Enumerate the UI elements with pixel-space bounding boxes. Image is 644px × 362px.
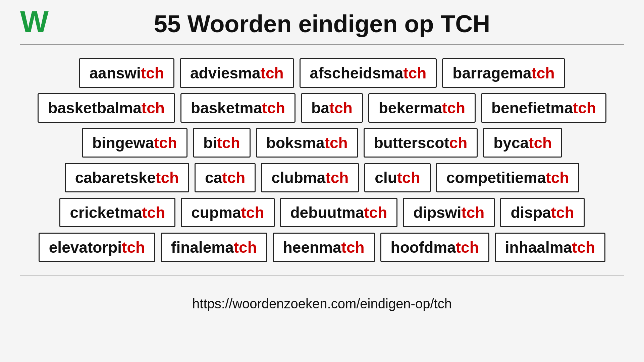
word-catch: catch <box>195 163 256 192</box>
row-2: basketbalmatch basketmatch batch bekerma… <box>38 93 606 123</box>
word-clubmatch: clubmatch <box>261 163 359 192</box>
row-6: elevatorpitch finalematch heenmatch hoof… <box>39 233 605 262</box>
word-heenmatch: heenmatch <box>273 233 375 262</box>
word-elevatorpitch: elevatorpitch <box>39 233 155 262</box>
word-finalematch: finalematch <box>161 233 267 262</box>
word-basketbalmatch: basketbalmatch <box>38 93 175 123</box>
word-barragematch: barragematch <box>442 58 565 88</box>
row-4: cabaretsketch catch clubmatch clutch com… <box>65 163 580 192</box>
word-inhaalmatch: inhaalmatch <box>495 233 605 262</box>
word-bingewatch: bingewatch <box>82 128 187 158</box>
logo-w: W <box>20 7 49 37</box>
word-cabaretsketch: cabaretsketch <box>65 163 189 192</box>
word-competitiematch: competitiematch <box>436 163 580 192</box>
word-afscheidsmatch: afscheidsmatch <box>300 58 437 88</box>
page-title: 55 Woorden eindigen op TCH <box>154 10 490 38</box>
word-hoofdmatch: hoofdmatch <box>380 233 489 262</box>
word-butterscotch: butterscotch <box>364 128 478 158</box>
row-5: cricketmatch cupmatch debuutmatch dipswi… <box>59 198 584 227</box>
page-header: W 55 Woorden eindigen op TCH <box>0 0 644 44</box>
word-dipswatch: dipswitch <box>403 198 495 227</box>
footer-divider <box>20 276 624 276</box>
row-1: aanswitch adviesmatch afscheidsmatch bar… <box>79 58 565 88</box>
word-adviesmatch: adviesmatch <box>180 58 294 88</box>
words-container: aanswitch adviesmatch afscheidsmatch bar… <box>0 55 644 265</box>
word-batch: batch <box>301 93 363 123</box>
word-clutch: clutch <box>364 163 430 192</box>
word-boksmatch: boksmatch <box>256 128 358 158</box>
word-basketmatch: basketmatch <box>180 93 296 123</box>
footer-url: https://woordenzoeken.com/eindigen-op/tc… <box>192 296 452 321</box>
word-dispatch: dispatch <box>500 198 584 227</box>
row-3: bingewatch bitch boksmatch butterscotch … <box>82 128 562 158</box>
word-cricketmatch: cricketmatch <box>59 198 175 227</box>
header-divider <box>20 44 624 45</box>
word-bekermatch: bekermatch <box>368 93 476 123</box>
word-bycatch: bycatch <box>483 128 562 158</box>
word-cupmatch: cupmatch <box>181 198 274 227</box>
word-benefietmatch: benefietmatch <box>481 93 606 123</box>
word-aanswitch: aanswitch <box>79 58 174 88</box>
word-debuutmatch: debuutmatch <box>280 198 398 227</box>
word-bitch: bitch <box>193 128 251 158</box>
